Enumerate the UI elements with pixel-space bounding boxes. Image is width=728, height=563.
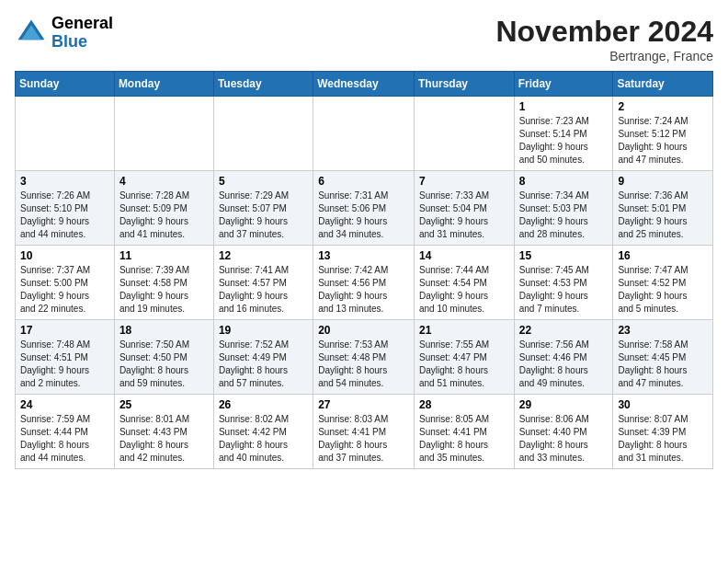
day-info: Sunrise: 7:42 AM Sunset: 4:56 PM Dayligh… (318, 264, 409, 316)
logo-general: General (51, 15, 113, 33)
calendar-cell: 17Sunrise: 7:48 AM Sunset: 4:51 PM Dayli… (16, 320, 115, 395)
weekday-header-sunday: Sunday (16, 72, 115, 97)
day-info: Sunrise: 8:07 AM Sunset: 4:39 PM Dayligh… (618, 413, 708, 465)
calendar-cell: 8Sunrise: 7:34 AM Sunset: 5:03 PM Daylig… (514, 171, 613, 246)
day-number: 12 (219, 249, 308, 262)
calendar-cell: 12Sunrise: 7:41 AM Sunset: 4:57 PM Dayli… (213, 246, 313, 320)
calendar-table: SundayMondayTuesdayWednesdayThursdayFrid… (15, 71, 713, 469)
day-number: 30 (618, 398, 708, 411)
day-info: Sunrise: 7:41 AM Sunset: 4:57 PM Dayligh… (219, 264, 308, 316)
day-info: Sunrise: 7:24 AM Sunset: 5:12 PM Dayligh… (618, 115, 708, 167)
weekday-header-monday: Monday (114, 72, 213, 97)
calendar-cell: 1Sunrise: 7:23 AM Sunset: 5:14 PM Daylig… (514, 97, 613, 171)
day-info: Sunrise: 7:53 AM Sunset: 4:48 PM Dayligh… (318, 339, 409, 390)
calendar-cell (114, 97, 213, 171)
day-info: Sunrise: 7:36 AM Sunset: 5:01 PM Dayligh… (618, 190, 708, 241)
calendar-cell: 25Sunrise: 8:01 AM Sunset: 4:43 PM Dayli… (114, 395, 213, 469)
calendar-cell: 13Sunrise: 7:42 AM Sunset: 4:56 PM Dayli… (313, 246, 415, 320)
weekday-header-friday: Friday (514, 72, 613, 97)
location: Bertrange, France (495, 49, 713, 63)
calendar-cell: 19Sunrise: 7:52 AM Sunset: 4:49 PM Dayli… (213, 320, 313, 395)
day-number: 7 (419, 175, 509, 188)
day-info: Sunrise: 7:37 AM Sunset: 5:00 PM Dayligh… (20, 264, 109, 316)
day-info: Sunrise: 8:01 AM Sunset: 4:43 PM Dayligh… (119, 413, 209, 465)
day-number: 2 (618, 100, 708, 113)
logo-blue: Blue (51, 33, 113, 52)
day-info: Sunrise: 7:33 AM Sunset: 5:04 PM Dayligh… (419, 190, 509, 241)
weekday-header-thursday: Thursday (414, 72, 514, 97)
day-info: Sunrise: 8:02 AM Sunset: 4:42 PM Dayligh… (219, 413, 308, 465)
calendar-cell: 3Sunrise: 7:26 AM Sunset: 5:10 PM Daylig… (16, 171, 115, 246)
calendar-cell: 4Sunrise: 7:28 AM Sunset: 5:09 PM Daylig… (114, 171, 213, 246)
day-info: Sunrise: 8:06 AM Sunset: 4:40 PM Dayligh… (519, 413, 609, 465)
day-number: 17 (20, 324, 109, 337)
day-number: 9 (618, 175, 708, 188)
calendar-cell: 6Sunrise: 7:31 AM Sunset: 5:06 PM Daylig… (313, 171, 415, 246)
weekday-header-wednesday: Wednesday (313, 72, 415, 97)
day-number: 28 (419, 398, 509, 411)
calendar-cell: 23Sunrise: 7:58 AM Sunset: 4:45 PM Dayli… (613, 320, 713, 395)
day-info: Sunrise: 7:58 AM Sunset: 4:45 PM Dayligh… (618, 339, 708, 390)
day-number: 22 (519, 324, 609, 337)
day-number: 23 (618, 324, 708, 337)
calendar-cell: 11Sunrise: 7:39 AM Sunset: 4:58 PM Dayli… (114, 246, 213, 320)
title-block: November 2024 Bertrange, France (495, 15, 713, 63)
day-info: Sunrise: 7:52 AM Sunset: 4:49 PM Dayligh… (219, 339, 308, 390)
day-number: 29 (519, 398, 609, 411)
day-info: Sunrise: 7:29 AM Sunset: 5:07 PM Dayligh… (219, 190, 308, 241)
day-info: Sunrise: 8:05 AM Sunset: 4:41 PM Dayligh… (419, 413, 509, 465)
logo: General Blue (15, 15, 113, 52)
calendar-cell: 16Sunrise: 7:47 AM Sunset: 4:52 PM Dayli… (613, 246, 713, 320)
day-info: Sunrise: 7:55 AM Sunset: 4:47 PM Dayligh… (419, 339, 509, 390)
calendar-cell: 30Sunrise: 8:07 AM Sunset: 4:39 PM Dayli… (613, 395, 713, 469)
calendar-cell: 28Sunrise: 8:05 AM Sunset: 4:41 PM Dayli… (414, 395, 514, 469)
weekday-header-saturday: Saturday (613, 72, 713, 97)
day-info: Sunrise: 7:45 AM Sunset: 4:53 PM Dayligh… (519, 264, 609, 316)
calendar-cell: 20Sunrise: 7:53 AM Sunset: 4:48 PM Dayli… (313, 320, 415, 395)
calendar-cell: 9Sunrise: 7:36 AM Sunset: 5:01 PM Daylig… (613, 171, 713, 246)
day-info: Sunrise: 7:31 AM Sunset: 5:06 PM Dayligh… (318, 190, 409, 241)
calendar-cell: 15Sunrise: 7:45 AM Sunset: 4:53 PM Dayli… (514, 246, 613, 320)
calendar-cell: 29Sunrise: 8:06 AM Sunset: 4:40 PM Dayli… (514, 395, 613, 469)
calendar-cell: 24Sunrise: 7:59 AM Sunset: 4:44 PM Dayli… (16, 395, 115, 469)
calendar-cell: 14Sunrise: 7:44 AM Sunset: 4:54 PM Dayli… (414, 246, 514, 320)
day-number: 8 (519, 175, 609, 188)
calendar-cell: 2Sunrise: 7:24 AM Sunset: 5:12 PM Daylig… (613, 97, 713, 171)
day-info: Sunrise: 7:34 AM Sunset: 5:03 PM Dayligh… (519, 190, 609, 241)
day-number: 10 (20, 249, 109, 262)
day-number: 16 (618, 249, 708, 262)
day-number: 11 (119, 249, 209, 262)
logo-icon (15, 17, 48, 50)
month-title: November 2024 (495, 15, 713, 49)
day-number: 3 (20, 175, 109, 188)
calendar-cell (16, 97, 115, 171)
calendar-cell: 7Sunrise: 7:33 AM Sunset: 5:04 PM Daylig… (414, 171, 514, 246)
calendar-cell: 21Sunrise: 7:55 AM Sunset: 4:47 PM Dayli… (414, 320, 514, 395)
day-number: 4 (119, 175, 209, 188)
weekday-header-tuesday: Tuesday (213, 72, 313, 97)
page-header: General Blue November 2024 Bertrange, Fr… (15, 15, 713, 63)
day-number: 25 (119, 398, 209, 411)
calendar-cell (313, 97, 415, 171)
day-number: 19 (219, 324, 308, 337)
day-number: 14 (419, 249, 509, 262)
calendar-cell: 10Sunrise: 7:37 AM Sunset: 5:00 PM Dayli… (16, 246, 115, 320)
day-info: Sunrise: 7:28 AM Sunset: 5:09 PM Dayligh… (119, 190, 209, 241)
day-info: Sunrise: 7:48 AM Sunset: 4:51 PM Dayligh… (20, 339, 109, 390)
calendar-cell: 22Sunrise: 7:56 AM Sunset: 4:46 PM Dayli… (514, 320, 613, 395)
calendar-cell: 27Sunrise: 8:03 AM Sunset: 4:41 PM Dayli… (313, 395, 415, 469)
day-number: 13 (318, 249, 409, 262)
day-info: Sunrise: 7:26 AM Sunset: 5:10 PM Dayligh… (20, 190, 109, 241)
day-info: Sunrise: 7:56 AM Sunset: 4:46 PM Dayligh… (519, 339, 609, 390)
day-number: 1 (519, 100, 609, 113)
calendar-cell: 18Sunrise: 7:50 AM Sunset: 4:50 PM Dayli… (114, 320, 213, 395)
calendar-cell (414, 97, 514, 171)
day-number: 18 (119, 324, 209, 337)
day-number: 24 (20, 398, 109, 411)
day-number: 5 (219, 175, 308, 188)
day-number: 27 (318, 398, 409, 411)
day-info: Sunrise: 7:44 AM Sunset: 4:54 PM Dayligh… (419, 264, 509, 316)
day-number: 26 (219, 398, 308, 411)
day-info: Sunrise: 7:23 AM Sunset: 5:14 PM Dayligh… (519, 115, 609, 167)
day-info: Sunrise: 7:59 AM Sunset: 4:44 PM Dayligh… (20, 413, 109, 465)
